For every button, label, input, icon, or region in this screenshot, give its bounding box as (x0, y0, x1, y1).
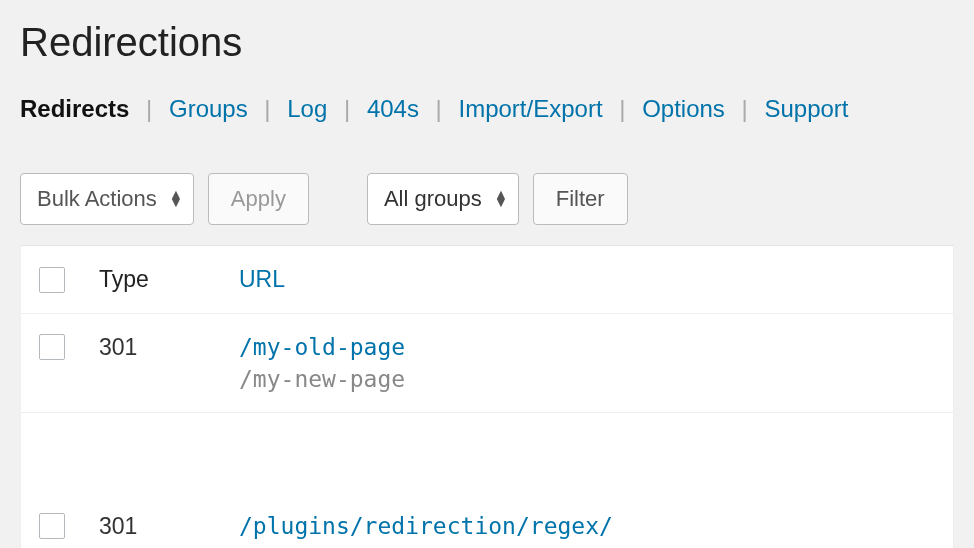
apply-label: Apply (231, 186, 286, 212)
redirects-table: Type URL 301 /my-old-page /my-new-page 3… (20, 245, 954, 548)
table-row: 301 /my-old-page /my-new-page (21, 314, 953, 413)
tab-separator: | (619, 95, 625, 122)
tab-separator: | (146, 95, 152, 122)
tab-bar: Redirects | Groups | Log | 404s | Import… (20, 95, 954, 123)
row-checkbox[interactable] (39, 513, 65, 539)
tab-options[interactable]: Options (642, 95, 725, 122)
page-title: Redirections (20, 20, 954, 65)
row-target-url: /my-new-page (239, 366, 935, 392)
row-gap (21, 413, 953, 493)
table-row: 301 /plugins/redirection/regex/ (21, 493, 953, 548)
controls-bar: Bulk Actions ▲▼ Apply All groups ▲▼ Filt… (20, 173, 954, 225)
tab-redirects[interactable]: Redirects (20, 95, 129, 122)
tab-separator: | (742, 95, 748, 122)
tab-support[interactable]: Support (764, 95, 848, 122)
bulk-actions-select[interactable]: Bulk Actions ▲▼ (20, 173, 194, 225)
tab-groups[interactable]: Groups (169, 95, 248, 122)
apply-button[interactable]: Apply (208, 173, 309, 225)
tab-separator: | (344, 95, 350, 122)
row-type: 301 (99, 334, 239, 361)
filter-label: Filter (556, 186, 605, 212)
row-source-url[interactable]: /my-old-page (239, 334, 935, 360)
row-source-url[interactable]: /plugins/redirection/regex/ (239, 513, 935, 539)
tab-404s[interactable]: 404s (367, 95, 419, 122)
filter-button[interactable]: Filter (533, 173, 628, 225)
row-type: 301 (99, 513, 239, 540)
select-arrows-icon: ▲▼ (494, 191, 508, 206)
row-checkbox[interactable] (39, 334, 65, 360)
table-header-row: Type URL (21, 246, 953, 314)
group-filter-label: All groups (384, 186, 482, 212)
tab-separator: | (436, 95, 442, 122)
bulk-actions-label: Bulk Actions (37, 186, 157, 212)
column-header-type[interactable]: Type (99, 266, 239, 293)
group-filter-select[interactable]: All groups ▲▼ (367, 173, 519, 225)
tab-log[interactable]: Log (287, 95, 327, 122)
select-all-checkbox[interactable] (39, 267, 65, 293)
column-header-url[interactable]: URL (239, 266, 935, 293)
tab-import-export[interactable]: Import/Export (459, 95, 603, 122)
tab-separator: | (264, 95, 270, 122)
select-arrows-icon: ▲▼ (169, 191, 183, 206)
